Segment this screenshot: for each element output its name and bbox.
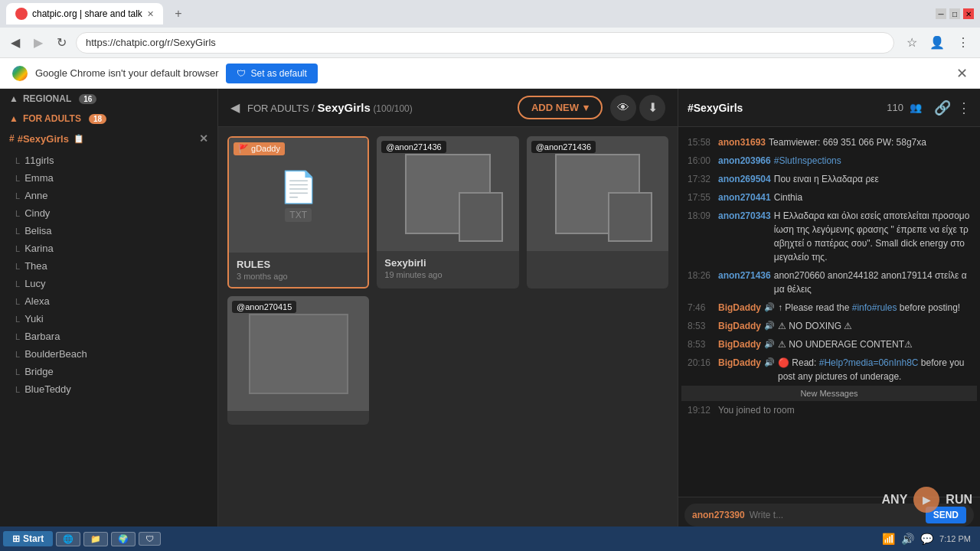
item-prefix: L: [15, 262, 20, 271]
msg-user[interactable]: BigDaddy: [718, 356, 761, 370]
card-overlay-rules: 🚩 gDaddy: [234, 142, 285, 155]
chrome-logo-icon: [12, 66, 28, 81]
folder-icon: 📁: [90, 534, 101, 544]
sidebar-item-belisa[interactable]: L Belisa: [0, 222, 217, 240]
taskbar-app-ie[interactable]: 🌐: [56, 532, 80, 546]
download-button[interactable]: ⬇: [639, 95, 665, 121]
link-icon[interactable]: 🔗: [934, 99, 951, 116]
notification-tray-icon[interactable]: 💬: [920, 533, 933, 545]
sidebar-item-karina[interactable]: L Karina: [0, 240, 217, 257]
sidebar-item-blueteddy[interactable]: L BlueTeddy: [0, 380, 217, 398]
account-button[interactable]: 👤: [925, 32, 949, 53]
item-prefix: L: [15, 350, 20, 359]
item-prefix: L: [15, 174, 20, 183]
dropdown-arrow-icon: ▾: [583, 102, 589, 113]
close-button[interactable]: ✕: [963, 8, 974, 19]
sidebar-item-barbara[interactable]: L Barbara: [0, 328, 217, 345]
sidebar-item-boulderbeach[interactable]: L BoulderBeach: [0, 345, 217, 363]
chat-header-title: #SexyGirls: [688, 102, 880, 114]
sidebar-item-11girls[interactable]: L 11girls: [0, 152, 217, 169]
card-thumbnail-sexybirli: @anon271436: [377, 136, 518, 251]
item-prefix: L: [15, 279, 20, 289]
overlay-text: gDaddy: [251, 144, 280, 153]
bookmark-button[interactable]: ☆: [902, 32, 922, 53]
forward-button[interactable]: ▶: [29, 32, 47, 53]
reload-button[interactable]: ↻: [52, 32, 71, 53]
media-card-rules[interactable]: 🚩 gDaddy 📄 TXT RULES 3 months ago: [227, 136, 369, 289]
msg-user[interactable]: BigDaddy: [718, 337, 761, 351]
taskbar-app-folder[interactable]: 📁: [83, 532, 108, 546]
copy-icon[interactable]: 📋: [74, 134, 84, 144]
item-prefix: L: [15, 385, 20, 394]
nested-image-icon: [405, 154, 490, 234]
msg-user[interactable]: anon31693: [718, 135, 766, 149]
add-new-label: ADD NEW: [531, 102, 579, 113]
item-label: Thea: [24, 260, 47, 272]
sidebar-item-emma[interactable]: L Emma: [0, 169, 217, 187]
item-prefix: L: [15, 244, 20, 253]
maximize-button[interactable]: □: [949, 8, 960, 19]
msg-time: 19:12: [688, 403, 715, 417]
sidebar-item-cindy[interactable]: L Cindy: [0, 204, 217, 222]
msg-time: 16:00: [688, 154, 715, 168]
sidebar-item-alexa[interactable]: L Alexa: [0, 292, 217, 310]
msg-content: 🔴 Read: #Help?media=06nInh8C before you …: [778, 356, 971, 383]
msg-user[interactable]: BigDaddy: [718, 319, 761, 333]
image-placeholder-icon: [249, 314, 348, 394]
notification-close-button[interactable]: ✕: [956, 65, 968, 82]
browser-tab[interactable]: chatpic.org | share and talk ✕: [6, 3, 163, 24]
more-options-icon[interactable]: ⋮: [957, 99, 971, 116]
msg-content: anon270660 anon244182 anon179114 στείλε …: [774, 269, 971, 296]
sidebar-item-lucy[interactable]: L Lucy: [0, 275, 217, 292]
item-label: Alexa: [24, 295, 50, 307]
start-button[interactable]: ⊞ Start: [3, 531, 53, 546]
group-label: REGIONAL: [23, 93, 71, 104]
hash-icon: #: [9, 133, 15, 144]
msg-user[interactable]: anon270343: [718, 209, 771, 223]
volume-icon[interactable]: 🔊: [901, 533, 914, 545]
shield-icon: 🛡: [237, 68, 246, 79]
tab-close-button[interactable]: ✕: [147, 9, 154, 19]
new-tab-button[interactable]: +: [169, 5, 188, 23]
taskbar-app-chrome[interactable]: 🌍: [111, 532, 136, 546]
sidebar-item-thea[interactable]: L Thea: [0, 257, 217, 275]
address-bar[interactable]: https://chatpic.org/r/SexyGirls: [76, 32, 894, 54]
msg-content: Cinthia: [774, 191, 971, 204]
sidebar-item-bridge[interactable]: L Bridge: [0, 363, 217, 380]
msg-time: 15:58: [688, 135, 715, 149]
channel-header-sexygirls[interactable]: # #SexyGirls 📋 ✕: [0, 129, 217, 148]
flag-icon: 🚩: [238, 144, 249, 153]
taskbar-right: 📶 🔊 💬 7:12 PM: [882, 533, 977, 545]
channel-close-icon[interactable]: ✕: [199, 132, 208, 145]
add-new-button[interactable]: ADD NEW ▾: [518, 96, 603, 119]
sidebar-item-anne[interactable]: L Anne: [0, 187, 217, 204]
minimize-button[interactable]: ─: [936, 8, 946, 19]
msg-user[interactable]: anon271436: [718, 269, 771, 296]
chat-header: #SexyGirls 110 👥 🔗 ⋮: [678, 89, 980, 127]
set-default-button[interactable]: 🛡 Set as default: [226, 64, 317, 83]
msg-user[interactable]: anon270441: [718, 191, 771, 204]
window-controls: ─ □ ✕: [936, 8, 974, 19]
media-card-3[interactable]: @anon271436: [527, 136, 668, 289]
network-icon[interactable]: 📶: [882, 533, 895, 545]
toolbar-icons: ☆ 👤 ⋮: [902, 32, 974, 53]
msg-user[interactable]: BigDaddy: [718, 301, 761, 315]
back-button[interactable]: ◀: [6, 32, 24, 53]
sidebar-group-for-adults[interactable]: ▲ FOR ADULTS 18: [0, 109, 217, 129]
msg-content: Teamviewer: 669 351 066 PW: 58g7xa: [769, 135, 971, 149]
adults-badge: 18: [89, 114, 106, 124]
chat-message-8: 8:53 BigDaddy 🔊 ⚠ NO DOXING ⚠: [681, 317, 977, 335]
card-overlay-4: @anon270415: [232, 301, 296, 313]
topbar-back-button[interactable]: ◀: [230, 100, 240, 115]
menu-button[interactable]: ⋮: [952, 32, 974, 53]
taskbar-app-shield[interactable]: 🛡: [139, 532, 161, 546]
view-toggle-button[interactable]: 👁: [610, 95, 636, 121]
sidebar-group-regional[interactable]: ▲ REGIONAL 16: [0, 89, 217, 109]
sidebar-item-yuki[interactable]: L Yuki: [0, 310, 217, 328]
media-card-4[interactable]: @anon270415: [227, 296, 369, 425]
msg-user[interactable]: anon203966: [718, 154, 771, 168]
media-card-sexybirli[interactable]: @anon271436 Sexybirli 19 minutes ago: [377, 136, 518, 289]
card-info-3: [527, 251, 668, 265]
overlay-text: @anon270415: [237, 302, 292, 311]
msg-user[interactable]: anon269504: [718, 172, 771, 186]
